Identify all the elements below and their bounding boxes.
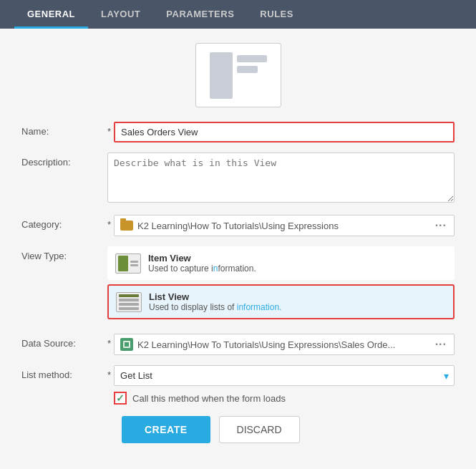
item-view-highlight: n <box>213 263 218 274</box>
item-view-desc: Used to capture information. <box>148 263 256 274</box>
listmethod-required: * <box>107 369 111 380</box>
preview-right-panel <box>237 52 267 99</box>
list-view-name: List View <box>149 291 281 302</box>
name-required: * <box>107 126 111 137</box>
create-button[interactable]: CREATE <box>122 416 210 443</box>
name-input[interactable] <box>114 122 455 142</box>
datasource-field[interactable]: K2 Learning\How To Tutorials\Using Expre… <box>114 334 455 355</box>
item-view-icon <box>115 253 141 274</box>
iv-left <box>118 256 128 271</box>
name-control <box>114 122 455 142</box>
checkbox-method-loads[interactable]: ✓ <box>114 392 127 405</box>
tab-general[interactable]: GENERAL <box>14 1 88 29</box>
preview-left-panel <box>210 52 233 99</box>
tab-rules[interactable]: RULES <box>247 1 306 29</box>
lv-row-2 <box>119 303 139 306</box>
list-view-option[interactable]: List View Used to display lists of infor… <box>107 284 455 319</box>
datasource-control: K2 Learning\How To Tutorials\Using Expre… <box>114 334 455 355</box>
datasource-required: * <box>107 338 111 349</box>
listmethod-control: Get List Get Item Execute ▾ ✓ Call this … <box>114 365 455 405</box>
list-view-desc: Used to display lists of information. <box>149 302 281 312</box>
folder-icon <box>120 221 133 231</box>
name-row: Name: * <box>21 122 455 142</box>
iv-line-1 <box>130 261 138 263</box>
viewtype-control: Item View Used to capture information. L… <box>107 246 455 324</box>
list-view-icon <box>116 292 142 312</box>
checkbox-label: Call this method when the form loads <box>132 393 286 404</box>
name-label: Name: <box>21 122 107 137</box>
list-view-label: List View Used to display lists of infor… <box>149 291 281 312</box>
datasource-label: Data Source: <box>21 334 107 349</box>
item-view-name: Item View <box>148 253 256 263</box>
preview-line-2 <box>237 66 258 73</box>
tab-parameters[interactable]: PARAMETERS <box>153 1 247 29</box>
preview-box <box>195 43 281 107</box>
listmethod-row: List method: * Get List Get Item Execute… <box>21 365 455 405</box>
description-label: Description: <box>21 153 107 168</box>
datasource-text: K2 Learning\How To Tutorials\Using Expre… <box>137 339 429 350</box>
list-view-highlight: information. <box>237 302 282 312</box>
iv-right <box>130 256 138 271</box>
category-control: K2 Learning\How To Tutorials\Using Expre… <box>114 215 455 236</box>
datasource-more-button[interactable]: ··· <box>434 338 448 351</box>
lv-row-1 <box>119 299 139 301</box>
preview-line-1 <box>237 55 267 62</box>
viewtype-label: View Type: <box>21 246 107 261</box>
lv-header <box>119 294 139 297</box>
description-textarea[interactable] <box>107 153 455 203</box>
viewtype-row: View Type: Item View Used to capture inf… <box>21 246 455 324</box>
description-row: Description: <box>21 153 455 205</box>
listmethod-select-wrap: Get List Get Item Execute ▾ <box>114 365 455 386</box>
view-preview <box>21 43 455 107</box>
category-row: Category: * K2 Learning\How To Tutorials… <box>21 215 455 236</box>
listmethod-label: List method: <box>21 365 107 380</box>
category-text: K2 Learning\How To Tutorials\Using Expre… <box>137 221 429 231</box>
category-required: * <box>107 219 111 230</box>
action-row: CREATE DISCARD <box>122 416 455 443</box>
checkmark-icon: ✓ <box>116 392 125 404</box>
cube-inner <box>123 341 130 348</box>
iv-line-2 <box>130 264 138 266</box>
main-content: Name: * Description: Category: * K2 Lear… <box>0 29 476 469</box>
category-more-button[interactable]: ··· <box>434 219 448 232</box>
item-view-icon-inner <box>116 253 140 274</box>
list-view-icon-inner <box>117 292 141 312</box>
listmethod-select[interactable]: Get List Get Item Execute <box>114 365 455 386</box>
description-control <box>107 153 455 205</box>
category-label: Category: <box>21 215 107 230</box>
category-field[interactable]: K2 Learning\How To Tutorials\Using Expre… <box>114 215 455 236</box>
checkbox-row: ✓ Call this method when the form loads <box>114 392 455 405</box>
item-view-option[interactable]: Item View Used to capture information. <box>107 246 455 280</box>
preview-inner <box>210 52 267 99</box>
datasource-row: Data Source: * K2 Learning\How To Tutori… <box>21 334 455 355</box>
item-view-label: Item View Used to capture information. <box>148 253 256 274</box>
discard-button[interactable]: DISCARD <box>219 416 300 443</box>
lv-row-3 <box>119 307 139 310</box>
cube-icon <box>120 338 133 351</box>
tabs-bar: GENERAL LAYOUT PARAMETERS RULES <box>0 0 476 29</box>
tab-layout[interactable]: LAYOUT <box>88 1 153 29</box>
